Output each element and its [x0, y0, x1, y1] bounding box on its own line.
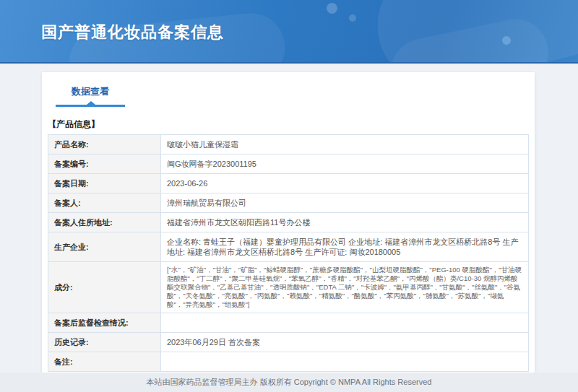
table-row-remarks: 备注:	[48, 352, 529, 372]
table-row-supervision-check: 备案后监督检查情况:	[48, 313, 529, 333]
row-value: 闽G妆网备字2023001195	[161, 154, 529, 174]
row-label: 产品名称:	[48, 135, 161, 154]
row-label: 历史记录:	[48, 333, 161, 352]
tab-active-arrow-icon	[87, 101, 95, 105]
table-row-registrant-address: 备案人住所地址: 福建省漳州市龙文区朝阳西路11号办公楼	[48, 213, 529, 232]
page-title: 国产普通化妆品备案信息	[41, 22, 224, 43]
table-row-registration-number: 备案编号: 闽G妆网备字2023001195	[48, 154, 529, 174]
table-row-history: 历史记录: 2023年06月29日 首次备案	[48, 333, 529, 352]
row-label: 备案编号:	[48, 154, 161, 174]
row-label: 备注:	[48, 352, 161, 372]
row-value: 福建省漳州市龙文区朝阳西路11号办公楼	[161, 213, 529, 232]
row-value: 企业名称: 青蛙王子（福建）婴童护理用品有限公司 企业地址: 福建省漳州市龙文区…	[161, 232, 529, 262]
banner-decor-dot	[502, 36, 511, 45]
row-label: 备案人住所地址:	[48, 213, 161, 232]
banner-decor-dot	[349, 14, 356, 22]
page-footer: 本站由国家药品监督管理局主办 版权所有 Copyright © NMPA All…	[0, 373, 578, 392]
row-value	[161, 352, 529, 372]
table-row-manufacturer: 生产企业: 企业名称: 青蛙王子（福建）婴童护理用品有限公司 企业地址: 福建省…	[48, 232, 529, 262]
tab-bar: 数据查看	[42, 72, 535, 107]
row-label: 生产企业:	[48, 232, 161, 262]
row-label: 成分:	[48, 262, 161, 313]
row-label: 备案后监督检查情况:	[48, 313, 161, 333]
row-label: 备案人:	[48, 193, 161, 213]
row-value: 漳州瑞航贸易有限公司	[161, 193, 529, 213]
table-row-registrant: 备案人: 漳州瑞航贸易有限公司	[48, 193, 529, 213]
banner-decor-dot	[327, 3, 337, 14]
row-value: ["水"，"矿油"，"甘油"，"矿脂"，"鲸蜡硬脂醇"，"蔗糖多硬脂酸酯"，"山…	[161, 262, 529, 313]
page-header: 国产普通化妆品备案信息	[0, 0, 578, 64]
row-label: 备案日期:	[48, 174, 161, 193]
content-card: 数据查看 【产品信息】 产品名称: 啵啵小猫儿童保湿霜 备案编号: 闽G妆网备字…	[42, 72, 535, 392]
tab-active-underline	[56, 105, 125, 107]
row-value	[161, 313, 529, 333]
row-value: 2023-06-26	[161, 174, 529, 193]
row-value: 啵啵小猫儿童保湿霜	[161, 135, 529, 154]
table-row-ingredients: 成分: ["水"，"矿油"，"甘油"，"矿脂"，"鲸蜡硬脂醇"，"蔗糖多硬脂酸酯…	[48, 262, 529, 313]
table-row-product-name: 产品名称: 啵啵小猫儿童保湿霜	[48, 135, 529, 154]
row-value: 2023年06月29日 首次备案	[161, 333, 529, 352]
product-info-table: 产品名称: 啵啵小猫儿童保湿霜 备案编号: 闽G妆网备字2023001195 备…	[48, 134, 529, 372]
copyright-text: 本站由国家药品监督管理局主办 版权所有 Copyright © NMPA All…	[147, 378, 432, 386]
section-product-info-heading: 【产品信息】	[48, 118, 529, 131]
table-row-registration-date: 备案日期: 2023-06-26	[48, 174, 529, 193]
